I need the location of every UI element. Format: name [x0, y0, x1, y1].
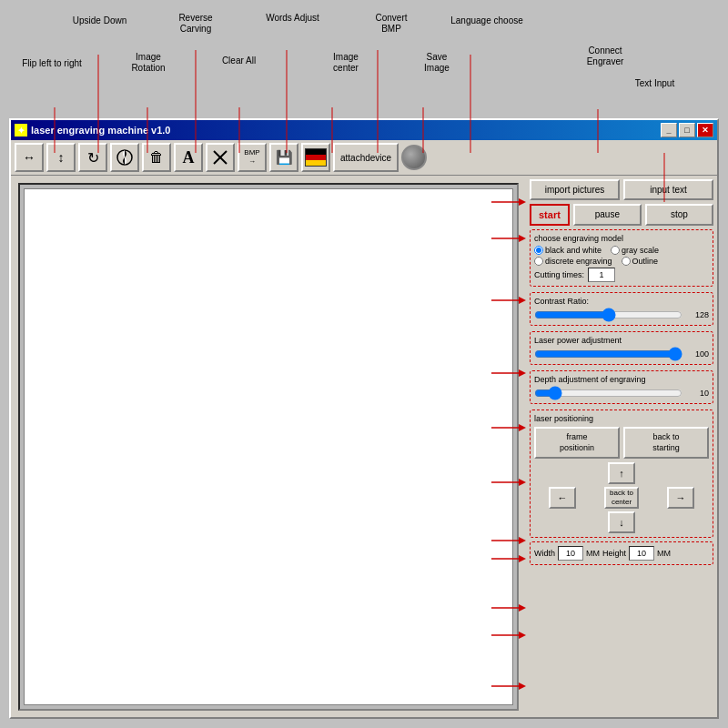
pos-btn-row: frame positionin back to starting [534, 427, 709, 459]
radio-bw-label: black and white [545, 246, 602, 255]
laser-power-box: Laser power adjustment 100 [530, 331, 713, 365]
attach-device-button[interactable]: attachdevice [333, 143, 399, 172]
mm1-label: MM [586, 549, 600, 558]
nav-grid: ↑ ← back to center → ↓ [534, 462, 709, 533]
contrast-slider-row: 128 [534, 308, 709, 321]
radio-gray-input[interactable] [611, 246, 620, 255]
annotations-area: Flip left to right Upside Down ImageRota… [0, 0, 728, 118]
radio-row-2: discrete engraving Outline [534, 257, 709, 266]
start-button[interactable]: start [530, 204, 570, 226]
import-pictures-button[interactable]: import pictures [530, 179, 620, 200]
laser-power-value: 100 [686, 349, 709, 359]
add-image-row: import pictures input text [530, 179, 713, 200]
depth-slider[interactable] [534, 387, 682, 399]
ann-reverse-carving: ReverseCarving [155, 13, 237, 35]
engraving-model-label: choose engraving model [534, 234, 709, 243]
contrast-slider[interactable] [534, 308, 682, 321]
flip-lr-button[interactable]: ↔ [15, 143, 44, 172]
words-adjust-button[interactable]: A [174, 143, 203, 172]
ann-flip-lr: Flip left to right [3, 58, 101, 69]
radio-bw: black and white [534, 246, 602, 255]
height-label: Height [602, 549, 626, 558]
image-center-button[interactable] [206, 143, 235, 172]
toolbar: ↔ ↕ ↻ 🗑 A BMP→ 💾 attachdevice [11, 140, 717, 176]
width-input[interactable] [558, 546, 583, 561]
start-row: start pause stop [530, 204, 713, 226]
stop-button[interactable]: stop [645, 204, 713, 226]
contrast-label: Contrast Ratio: [534, 297, 709, 306]
reverse-carving-button[interactable] [110, 143, 139, 172]
radio-gray: gray scale [611, 246, 659, 255]
canvas-area[interactable] [18, 183, 519, 711]
radio-outline-input[interactable] [622, 257, 631, 266]
canvas-inner [24, 188, 513, 705]
connect-indicator[interactable] [401, 145, 427, 170]
cutting-times-label: Cutting times: [534, 270, 584, 279]
contrast-value: 128 [686, 310, 709, 319]
radio-discrete-input[interactable] [534, 257, 543, 266]
radio-gray-label: gray scale [622, 246, 659, 255]
ann-connect-engraver: ConnectEngraver [564, 46, 646, 67]
resize-row: Width MM Height MM [530, 541, 713, 565]
close-button[interactable]: ✕ [697, 123, 713, 137]
window-title: laser engraving machine v1.0 [31, 125, 170, 136]
nav-down-button[interactable]: ↓ [608, 511, 635, 533]
ann-save-image: SaveImage [400, 52, 473, 74]
clear-all-button[interactable]: 🗑 [142, 143, 171, 172]
minimize-button[interactable]: _ [661, 123, 677, 137]
radio-outline: Outline [622, 257, 659, 266]
laser-pos-label: laser positioning [534, 414, 709, 423]
nav-left-button[interactable]: ← [549, 487, 576, 509]
title-controls: _ □ ✕ [661, 123, 713, 137]
pause-button[interactable]: pause [573, 204, 642, 226]
ann-text-input: Text Input [619, 78, 691, 89]
engraving-model-box: choose engraving model black and white g… [530, 229, 713, 287]
main-content: import pictures input text start pause s… [11, 176, 717, 718]
flag-icon [305, 148, 327, 167]
title-bar: ✦ laser engraving machine v1.0 _ □ ✕ [11, 120, 717, 140]
depth-slider-row: 10 [534, 387, 709, 399]
radio-outline-label: Outline [632, 257, 659, 266]
laser-power-label: Laser power adjustment [534, 336, 709, 345]
laser-power-slider-row: 100 [534, 348, 709, 360]
maximize-button[interactable]: □ [679, 123, 695, 137]
laser-power-slider[interactable] [534, 348, 682, 360]
right-panel: import pictures input text start pause s… [526, 176, 717, 718]
language-button[interactable] [301, 143, 330, 172]
frame-position-button[interactable]: frame positionin [534, 427, 620, 459]
cutting-row: Cutting times: [534, 268, 709, 282]
nav-up-button[interactable]: ↑ [608, 462, 635, 484]
upside-down-button[interactable]: ↕ [46, 143, 76, 172]
ann-words-adjust: Words Adjust [247, 13, 339, 24]
app-icon: ✦ [15, 124, 27, 136]
convert-bmp-button[interactable]: BMP→ [238, 143, 267, 172]
ann-language-choose: Language choose [437, 15, 537, 26]
main-window: ✦ laser engraving machine v1.0 _ □ ✕ ↔ ↕… [9, 118, 719, 719]
mm2-label: MM [657, 549, 671, 558]
depth-label: Depth adjustment of engraving [534, 375, 709, 384]
radio-row-1: black and white gray scale [534, 246, 709, 255]
back-to-starting-button[interactable]: back to starting [623, 427, 709, 459]
laser-pos-box: laser positioning frame positionin back … [530, 410, 713, 538]
back-to-center-button[interactable]: back to center [604, 487, 639, 509]
ann-image-center: Imagecenter [309, 52, 382, 74]
depth-value: 10 [686, 389, 709, 398]
depth-box: Depth adjustment of engraving 10 [530, 370, 713, 404]
ann-convert-bmp: ConvertBMP [355, 13, 428, 35]
height-input[interactable] [629, 546, 654, 561]
rotation-button[interactable]: ↻ [78, 143, 107, 172]
ann-upside-down: Upside Down [42, 15, 157, 26]
radio-discrete-label: discrete engraving [545, 257, 612, 266]
contrast-box: Contrast Ratio: 128 [530, 292, 713, 326]
save-image-button[interactable]: 💾 [269, 143, 298, 172]
width-label: Width [534, 549, 555, 558]
ann-clear-all: Clear All [188, 56, 289, 66]
cutting-times-input[interactable] [588, 268, 615, 282]
nav-right-button[interactable]: → [667, 487, 694, 509]
radio-bw-input[interactable] [534, 246, 543, 255]
input-text-button[interactable]: input text [623, 179, 713, 200]
ann-image-rotation: ImageRotation [101, 52, 196, 74]
radio-discrete: discrete engraving [534, 257, 612, 266]
